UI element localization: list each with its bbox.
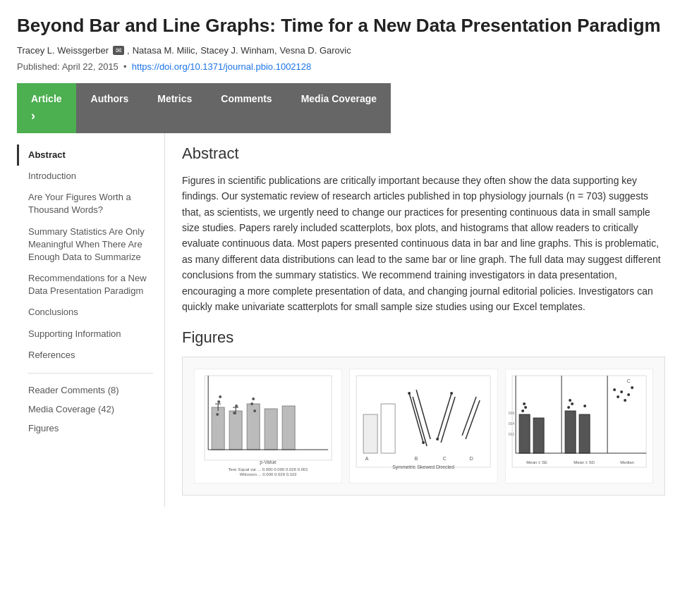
sidebar: Abstract Introduction Are Your Figures W… <box>17 133 165 507</box>
svg-point-50 <box>569 399 571 402</box>
svg-text:B: B <box>415 456 418 461</box>
svg-point-46 <box>521 409 524 412</box>
svg-text:C: C <box>443 456 446 461</box>
article-title: Beyond Bar and Line Graphs: Time for a N… <box>17 14 682 38</box>
svg-point-52 <box>571 402 573 405</box>
published-line: Published: April 22, 2015 • https://doi.… <box>17 61 682 72</box>
tab-authors-label: Authors <box>91 93 129 104</box>
svg-point-36 <box>450 392 453 395</box>
svg-point-35 <box>436 438 439 441</box>
author-4: Vesna D. Garovic <box>280 45 351 56</box>
sidebar-item-references[interactable]: References <box>17 345 164 366</box>
figure-2[interactable]: A B C D Symmetric Skewed Directed <box>349 369 497 483</box>
svg-text:Median: Median <box>620 460 634 464</box>
tab-metrics-label: Metrics <box>157 93 192 104</box>
svg-rect-3 <box>247 404 260 450</box>
svg-text:0.00006: 0.00006 <box>509 411 514 415</box>
svg-point-10 <box>217 400 220 403</box>
svg-point-33 <box>408 392 411 395</box>
svg-rect-44 <box>533 418 544 453</box>
svg-point-59 <box>631 386 633 389</box>
svg-text:Symmetric  Skewed  Directed: Symmetric Skewed Directed <box>393 464 455 470</box>
author-2: Natasa M. Milic, <box>133 45 197 56</box>
svg-rect-49 <box>579 414 590 453</box>
svg-point-13 <box>235 405 238 407</box>
svg-rect-43 <box>519 414 530 453</box>
svg-text:C: C <box>626 378 630 383</box>
content-area: Abstract Figures in scientific publicati… <box>165 133 682 507</box>
sidebar-item-figures-worth[interactable]: Are Your Figures Worth a Thousand Words? <box>17 187 164 221</box>
tab-comments-label: Comments <box>221 93 272 104</box>
svg-point-16 <box>253 409 256 412</box>
sidebar-item-abstract[interactable]: Abstract <box>17 144 164 166</box>
sidebar-item-introduction[interactable]: Introduction <box>17 166 164 187</box>
author-3: Stacey J. Winham, <box>200 45 276 56</box>
author-email-icon[interactable]: ✉ <box>113 46 124 55</box>
svg-point-47 <box>524 406 527 409</box>
sidebar-item-media-coverage[interactable]: Media Coverage (42) <box>17 400 164 419</box>
figure-2-image: A B C D Symmetric Skewed Directed <box>353 372 494 478</box>
svg-text:0.00002: 0.00002 <box>509 432 514 436</box>
figures-heading: Figures <box>182 328 665 347</box>
author-1: Tracey L. Weissgerber <box>17 45 109 56</box>
abstract-text: Figures in scientific publications are c… <box>182 173 665 315</box>
tab-authors[interactable]: Authors <box>77 83 144 133</box>
tab-article[interactable]: Article › <box>17 83 77 133</box>
svg-rect-4 <box>265 409 277 450</box>
svg-point-53 <box>583 405 586 407</box>
tab-media[interactable]: Media Coverage <box>287 83 391 133</box>
svg-text:Wilcoxon ... 0.000  0.029  0.1: Wilcoxon ... 0.000 0.029 0.102 <box>240 472 298 476</box>
svg-text:0.00004: 0.00004 <box>509 421 514 426</box>
figure-3[interactable]: Mean ± SE Mean ± SD Median 0.00006 0.000… <box>505 369 653 483</box>
svg-point-45 <box>523 402 525 405</box>
sidebar-item-figures[interactable]: Figures <box>17 419 164 438</box>
figure-1[interactable]: p-Value Test: Equal var ... 0.000 0.000 … <box>194 369 342 483</box>
doi-link[interactable]: https://doi.org/10.1371/journal.pbio.100… <box>132 61 311 72</box>
page-wrapper: Beyond Bar and Line Graphs: Time for a N… <box>0 0 699 521</box>
svg-point-17 <box>250 402 253 405</box>
sidebar-item-conclusions[interactable]: Conclusions <box>17 302 164 323</box>
svg-point-34 <box>422 441 425 444</box>
tab-media-label: Media Coverage <box>301 93 377 104</box>
svg-text:Mean ± SD: Mean ± SD <box>573 460 595 464</box>
svg-point-12 <box>219 395 221 398</box>
svg-point-57 <box>624 399 626 402</box>
figure-3-image: Mean ± SE Mean ± SD Median 0.00006 0.000… <box>509 372 650 478</box>
svg-text:Mean ± SE: Mean ± SE <box>526 460 547 464</box>
sidebar-nav-section: Abstract Introduction Are Your Figures W… <box>17 144 164 366</box>
figures-container: p-Value Test: Equal var ... 0.000 0.000 … <box>182 357 665 495</box>
chevron-down-icon: › <box>31 109 62 123</box>
svg-point-58 <box>627 393 630 396</box>
svg-point-55 <box>616 395 619 398</box>
svg-rect-48 <box>565 411 576 453</box>
svg-rect-25 <box>381 404 395 453</box>
svg-point-56 <box>620 390 623 393</box>
svg-text:A: A <box>365 456 369 461</box>
svg-point-11 <box>216 413 219 416</box>
sidebar-item-reader-comments[interactable]: Reader Comments (8) <box>17 381 164 400</box>
authors-line: Tracey L. Weissgerber ✉, Natasa M. Milic… <box>17 45 682 56</box>
sidebar-item-summary-stats[interactable]: Summary Statistics Are Only Meaningful W… <box>17 221 164 269</box>
svg-point-14 <box>233 412 236 414</box>
svg-point-15 <box>252 398 255 400</box>
svg-point-51 <box>567 406 570 409</box>
main-layout: Abstract Introduction Are Your Figures W… <box>17 133 682 507</box>
svg-text:p-Value: p-Value <box>260 460 276 465</box>
sidebar-item-supporting[interactable]: Supporting Information <box>17 324 164 345</box>
abstract-heading: Abstract <box>182 144 665 163</box>
tab-navigation: Article › Authors Metrics Comments Media… <box>17 83 682 133</box>
tab-comments[interactable]: Comments <box>207 83 286 133</box>
svg-rect-24 <box>363 414 377 453</box>
sidebar-divider <box>28 373 153 374</box>
svg-text:Test: Equal var ... 0.000  0.0: Test: Equal var ... 0.000 0.000 0.026 0.… <box>229 467 309 472</box>
svg-text:D: D <box>470 456 473 461</box>
svg-rect-2 <box>229 411 242 450</box>
tab-article-label: Article <box>31 93 62 104</box>
svg-point-54 <box>613 388 616 391</box>
figure-1-image: p-Value Test: Equal var ... 0.000 0.000 … <box>197 372 339 478</box>
published-label: Published: <box>17 61 60 72</box>
svg-rect-5 <box>282 406 295 450</box>
sidebar-item-recommendations[interactable]: Recommendations for a New Data Presentat… <box>17 268 164 302</box>
published-date: April 22, 2015 <box>62 61 118 72</box>
tab-metrics[interactable]: Metrics <box>143 83 207 133</box>
